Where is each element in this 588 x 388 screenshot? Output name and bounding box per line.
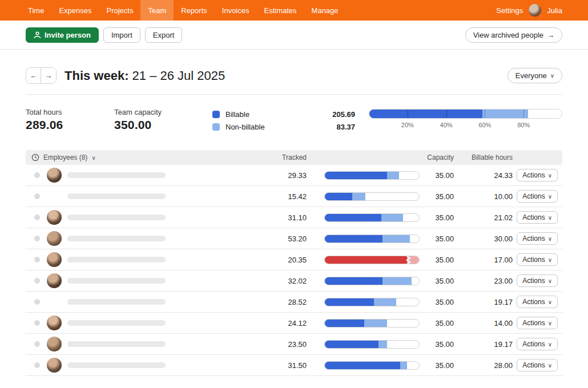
hours-bar [324,256,420,264]
legend-item: Non-billable83.37 [212,120,355,133]
employee-name-placeholder [67,236,166,241]
tracked-value: 24.12 [272,319,307,328]
avatar[interactable] [47,210,62,225]
avatar[interactable] [47,168,62,183]
chevron-down-icon: ∨ [548,193,552,200]
nav-item-manage[interactable]: Manage [304,0,346,21]
capacity-value: 35.00 [420,319,454,328]
billable-value: 17.00 [454,256,513,264]
prev-week-button[interactable]: ← [26,68,41,83]
actions-dropdown[interactable]: Actions ∨ [517,359,558,371]
capacity-value: 35.00 [420,361,454,370]
arrow-right-icon: → [547,31,554,39]
actions-dropdown[interactable]: Actions ∨ [517,253,558,266]
chevron-down-icon: ∨ [550,72,554,79]
actions-dropdown[interactable]: Actions ∨ [517,211,558,224]
hours-bar [324,298,420,306]
actions-dropdown[interactable]: Actions ∨ [517,338,558,350]
billable-value: 19.17 [454,298,513,306]
clock-icon [31,153,39,161]
capacity-value: 35.00 [420,340,454,349]
employees-table: Employees (8) ∨ Tracked Capacity Billabl… [26,150,562,376]
employee-name-placeholder [67,299,166,305]
nav-item-settings[interactable]: Settings [496,6,523,15]
capacity-progress-bar: 20%40%60%80% [369,109,562,131]
export-button[interactable]: Export [145,27,183,43]
status-dot [34,278,40,284]
avatar[interactable] [47,337,62,351]
avatar[interactable] [47,252,62,267]
avatar[interactable] [47,273,62,288]
table-header: Employees (8) ∨ Tracked Capacity Billabl… [26,150,562,165]
table-row: 29.33 35.00 24.33 Actions ∨ [26,165,562,186]
nav-items: TimeExpensesProjectsTeamReportsInvoicesE… [21,0,346,21]
nav-item-estimates[interactable]: Estimates [257,0,304,21]
invite-person-button[interactable]: Invite person [26,27,99,43]
actions-dropdown[interactable]: Actions ∨ [517,274,558,287]
status-dot [34,320,40,326]
table-row: 24.12 35.00 14.00 Actions ∨ [26,313,562,334]
tracked-value: 28.52 [272,298,307,306]
hours-bar [324,235,420,243]
next-week-button[interactable]: → [41,68,56,83]
avatar[interactable] [47,316,62,330]
chevron-down-icon: ∨ [91,155,95,161]
user-avatar[interactable] [529,4,541,17]
status-dot [34,215,40,220]
page-title: This week: 21 – 26 Jul 2025 [65,68,225,83]
actions-dropdown[interactable]: Actions ∨ [517,317,558,329]
table-row: 31.50 35.00 28.00 Actions ∨ [26,355,562,376]
tracked-value: 23.50 [272,340,307,349]
billable-value: 28.00 [454,361,513,370]
billable-value: 19.17 [454,340,513,349]
billable-value: 30.00 [454,235,513,243]
avatar[interactable] [47,294,62,309]
capacity-value: 35.00 [420,277,454,285]
billable-value: 23.00 [454,277,513,285]
tick-label: 20% [401,122,414,128]
tick-label: 40% [440,122,453,128]
status-dot [34,193,40,199]
import-button[interactable]: Import [103,27,140,43]
view-archived-people-button[interactable]: View archived people → [465,27,562,43]
week-pager: ← → [26,67,57,84]
divider [26,94,562,95]
actions-dropdown[interactable]: Actions ∨ [517,296,558,308]
employee-name-placeholder [67,257,166,262]
avatar[interactable] [47,231,62,246]
billable-legend: Billable205.69Non-billable83.37 [212,108,355,133]
employee-name-placeholder [67,215,166,220]
avatar[interactable] [47,358,62,373]
hours-bar [324,361,420,370]
table-row: 15.42 35.00 10.00 Actions ∨ [26,186,562,207]
table-row: 23.50 35.00 19.17 Actions ∨ [26,334,562,355]
hours-bar [324,213,420,222]
billable-value: 21.02 [454,213,513,222]
tick-label: 60% [478,122,491,128]
billable-value: 24.33 [454,171,513,180]
avatar[interactable] [47,189,62,204]
status-dot [34,236,40,241]
employee-name-placeholder [67,320,166,326]
actions-dropdown[interactable]: Actions ∨ [517,169,558,181]
actions-dropdown[interactable]: Actions ∨ [517,232,558,245]
people-filter-dropdown[interactable]: Everyone ∨ [508,68,562,83]
tracked-value: 31.10 [272,213,307,222]
nav-item-projects[interactable]: Projects [99,0,141,21]
billable-value: 10.00 [454,192,513,201]
nav-item-time[interactable]: Time [21,0,51,21]
tracked-value: 31.50 [272,361,307,370]
nav-item-reports[interactable]: Reports [174,0,215,21]
employees-dropdown[interactable]: Employees (8) ∨ [26,153,272,161]
chevron-down-icon: ∨ [548,278,552,284]
tracked-value: 53.20 [272,235,307,243]
nav-item-expenses[interactable]: Expenses [51,0,99,21]
nav-item-team[interactable]: Team [140,0,174,21]
status-dot [34,362,40,368]
employee-name-placeholder [67,193,166,199]
actions-dropdown[interactable]: Actions ∨ [517,190,558,203]
nav-item-invoices[interactable]: Invoices [215,0,257,21]
user-name[interactable]: Julia [547,6,562,15]
chevron-down-icon: ∨ [548,299,552,305]
col-billable-hours: Billable hours [454,153,513,161]
